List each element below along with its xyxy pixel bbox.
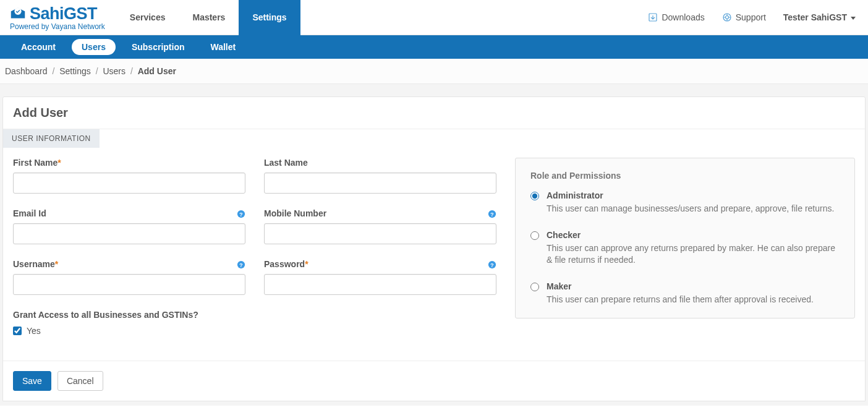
role-name: Checker (547, 230, 840, 240)
email-label: Email Id (13, 208, 245, 218)
role-name: Administrator (547, 190, 834, 200)
help-icon[interactable]: ? (488, 210, 496, 218)
role-desc: This user can manage businesses/users an… (547, 203, 834, 215)
role-administrator[interactable]: Administrator This user can manage busin… (530, 190, 840, 215)
last-name-label: Last Name (264, 158, 496, 168)
role-radio-administrator[interactable] (530, 192, 539, 200)
downloads-label: Downloads (662, 12, 704, 22)
breadcrumb-sep: / (96, 66, 98, 76)
svg-point-3 (725, 16, 728, 19)
sub-navbar: Account Users Subscription Wallet (0, 35, 868, 59)
role-name: Maker (547, 281, 814, 291)
brand-tagline: Powered by Vayana Network (9, 22, 105, 31)
mobile-label: Mobile Number (264, 208, 496, 218)
breadcrumb-settings[interactable]: Settings (59, 66, 91, 76)
support-link[interactable]: Support (722, 12, 766, 22)
svg-text:?: ? (490, 262, 493, 268)
brand-name: SahiGST (30, 4, 97, 23)
top-navbar: SahiGST Powered by Vayana Network Servic… (0, 0, 868, 35)
brand-logo[interactable]: SahiGST Powered by Vayana Network (0, 4, 116, 31)
grant-access-checkbox[interactable] (13, 327, 22, 335)
svg-text:?: ? (239, 211, 242, 218)
password-input[interactable] (264, 274, 496, 295)
page-body: Add User USER INFORMATION First Name* La… (0, 84, 868, 406)
role-radio-maker[interactable] (530, 283, 539, 291)
password-label: Password* (264, 259, 496, 269)
email-input[interactable] (13, 223, 245, 244)
role-checker[interactable]: Checker This user can approve any return… (530, 230, 840, 267)
nav-masters[interactable]: Masters (179, 0, 239, 35)
nav-services[interactable]: Services (116, 0, 179, 35)
subnav-wallet[interactable]: Wallet (200, 39, 245, 55)
subnav-subscription[interactable]: Subscription (122, 39, 195, 55)
role-maker[interactable]: Maker This user can prepare returns and … (530, 281, 840, 306)
role-radio-checker[interactable] (530, 231, 539, 240)
svg-text:?: ? (490, 211, 493, 218)
support-label: Support (736, 12, 766, 22)
support-icon (722, 12, 732, 22)
username-input[interactable] (13, 274, 245, 295)
tab-user-information[interactable]: USER INFORMATION (3, 129, 100, 148)
help-icon[interactable]: ? (488, 260, 496, 269)
grant-access-checkbox-row[interactable]: Yes (13, 326, 496, 336)
help-icon[interactable]: ? (237, 210, 245, 218)
save-button[interactable]: Save (13, 371, 51, 391)
breadcrumb-users[interactable]: Users (103, 66, 126, 76)
brand-icon (9, 6, 27, 21)
last-name-input[interactable] (264, 173, 496, 194)
chevron-down-icon (851, 17, 856, 20)
mobile-input[interactable] (264, 223, 496, 244)
form-actions: Save Cancel (3, 361, 865, 401)
svg-text:?: ? (239, 262, 242, 268)
roles-panel: Role and Permissions Administrator This … (515, 158, 855, 318)
grant-access-option: Yes (27, 326, 41, 336)
cancel-button[interactable]: Cancel (57, 371, 103, 391)
downloads-link[interactable]: Downloads (648, 12, 704, 22)
breadcrumb-sep: / (52, 66, 54, 76)
roles-title: Role and Permissions (530, 171, 840, 181)
help-icon[interactable]: ? (237, 260, 245, 269)
subnav-account[interactable]: Account (11, 39, 66, 55)
nav-settings[interactable]: Settings (239, 0, 300, 35)
username-label: Username* (13, 259, 245, 269)
breadcrumb-dashboard[interactable]: Dashboard (5, 66, 48, 76)
user-name: Tester SahiGST (783, 12, 847, 22)
first-name-input[interactable] (13, 173, 245, 194)
subnav-users[interactable]: Users (72, 39, 116, 55)
form-tabs: USER INFORMATION (3, 129, 865, 148)
role-desc: This user can prepare returns and file t… (547, 294, 814, 306)
first-name-label: First Name* (13, 158, 245, 168)
user-dropdown[interactable]: Tester SahiGST (783, 12, 856, 22)
download-icon (648, 12, 658, 22)
add-user-card: Add User USER INFORMATION First Name* La… (2, 96, 866, 401)
breadcrumb-current: Add User (138, 66, 176, 76)
page-title: Add User (3, 97, 865, 129)
role-desc: This user can approve any returns prepar… (547, 242, 840, 267)
grant-access-label: Grant Access to all Businesses and GSTIN… (13, 310, 496, 320)
breadcrumb-sep: / (130, 66, 133, 76)
breadcrumb: Dashboard / Settings / Users / Add User (0, 59, 868, 84)
